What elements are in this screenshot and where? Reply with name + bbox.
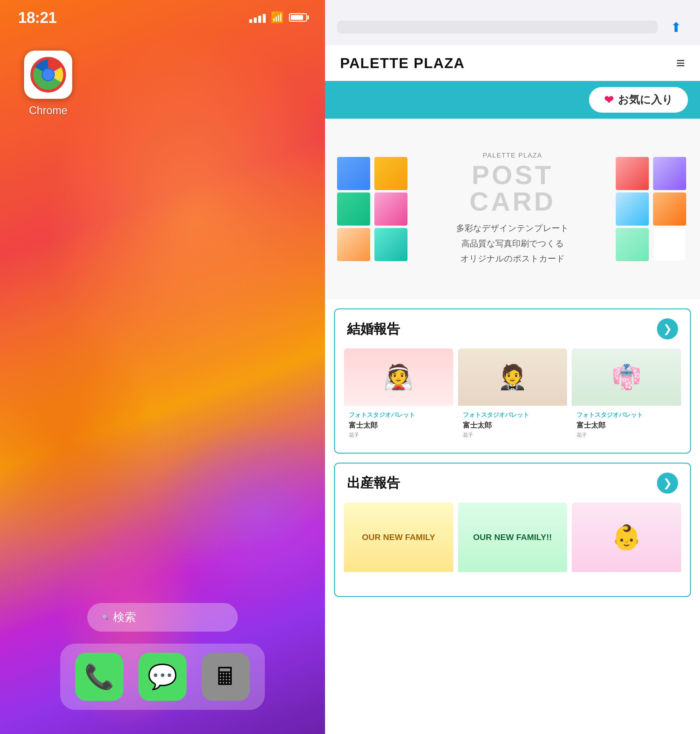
signal-bar-2 (254, 18, 257, 23)
hero-bg: PALETTE PLAZA POST CARD 多彩なデザインテンプレート 高品… (325, 119, 700, 299)
site-header: PALETTE PLAZA ≡ (325, 45, 700, 81)
phone-icon: 📞 (84, 663, 114, 691)
birth-card-2[interactable]: OUR NEW FAMILY!! (458, 503, 567, 587)
hero-thumb-3 (337, 193, 370, 226)
browser-toolbar: ⬆ (325, 0, 700, 45)
teal-banner: ❤ お気に入り (325, 81, 700, 119)
hero-thumb-1 (337, 157, 370, 190)
birth-arrow-button[interactable]: ❯ (657, 473, 678, 494)
hamburger-menu-icon[interactable]: ≡ (676, 54, 685, 72)
site-logo: PALETTE PLAZA (340, 55, 465, 71)
birth-section: 出産報告 ❯ OUR NEW FAMILY OUR NEW FAMILY!! (334, 463, 691, 597)
dock: 📞 💬 🖩 (60, 644, 265, 710)
search-bar[interactable]: 🔍 検索 (87, 603, 238, 632)
hero-section: PALETTE PLAZA POST CARD 多彩なデザインテンプレート 高品… (325, 119, 700, 299)
hero-subtitle: PALETTE PLAZA (421, 152, 604, 159)
birth-card-1[interactable]: OUR NEW FAMILY (344, 503, 453, 587)
wedding-card-3-text: フォトスタジオパレット 富士太郎 花子 (572, 406, 681, 444)
birth-card-photos: OUR NEW FAMILY OUR NEW FAMILY!! 👶 (335, 500, 690, 596)
hero-thumb-8 (653, 157, 686, 190)
dock-area: 🔍 検索 📞 💬 🖩 (0, 603, 325, 710)
hero-thumb-4 (374, 193, 407, 226)
birth-section-header: 出産報告 ❯ (335, 464, 690, 500)
signal-bar-4 (263, 14, 266, 23)
wifi-icon: 📶 (271, 11, 284, 24)
signal-bar-1 (249, 19, 252, 23)
status-bar: 18:21 📶 (0, 0, 325, 27)
wedding-card-1[interactable]: 👰 フォトスタジオパレット 富士太郎 花子 (344, 348, 453, 444)
messages-icon: 💬 (147, 663, 178, 691)
wedding-card-1-text: フォトスタジオパレット 富士太郎 花子 (344, 406, 453, 444)
hero-desc: 多彩なデザインテンプレート 高品質な写真印刷でつくる オリジナルのポストカード (421, 221, 604, 266)
hero-photo-grid-right (616, 157, 688, 261)
search-bar-text: 検索 (113, 610, 136, 625)
wedding-arrow-button[interactable]: ❯ (657, 318, 678, 339)
hero-thumb-5 (337, 228, 370, 261)
hero-photo-grid-left (337, 157, 409, 261)
birth-section-title: 出産報告 (347, 474, 400, 492)
status-icons: 📶 (249, 11, 307, 24)
share-button[interactable]: ⬆ (664, 15, 688, 39)
birth-card-2-img: OUR NEW FAMILY!! (458, 503, 567, 572)
hero-thumb-10 (653, 193, 686, 226)
wedding-photo-3: 👘 (572, 348, 681, 406)
hero-center: PALETTE PLAZA POST CARD 多彩なデザインテンプレート 高品… (415, 146, 610, 272)
hero-thumb-6 (374, 228, 407, 261)
battery-icon (289, 13, 307, 22)
hero-thumb-9 (616, 193, 649, 226)
wedding-card-3[interactable]: 👘 フォトスタジオパレット 富士太郎 花子 (572, 348, 681, 444)
search-icon: 🔍 (102, 615, 108, 620)
hero-thumb-7 (616, 157, 649, 190)
website-content[interactable]: PALETTE PLAZA ≡ ❤ お気に入り (325, 45, 700, 734)
browser-panel: ⬆ PALETTE PLAZA ≡ ❤ お気に入り (325, 0, 700, 734)
wedding-section-header: 結婚報告 ❯ (335, 310, 690, 345)
calculator-icon: 🖩 (214, 663, 238, 691)
svg-point-3 (43, 69, 54, 80)
fav-button-label: お気に入り (618, 93, 673, 107)
wedding-section: 結婚報告 ❯ 👰 フォトスタジオパレット 富士太郎 花子 🤵 (334, 308, 691, 454)
share-icon: ⬆ (671, 19, 682, 35)
wedding-arrow-icon: ❯ (663, 323, 672, 335)
wedding-card-2-text: フォトスタジオパレット 富士太郎 花子 (458, 406, 567, 444)
favorite-button[interactable]: ❤ お気に入り (589, 87, 688, 113)
dock-messages-app[interactable]: 💬 (138, 653, 187, 701)
wedding-card-photos: 👰 フォトスタジオパレット 富士太郎 花子 🤵 フォトスタジオパレット 富士太郎… (335, 345, 690, 453)
signal-bar-3 (258, 16, 261, 23)
wedding-photo-1: 👰 (344, 348, 453, 406)
birth-card-1-img: OUR NEW FAMILY (344, 503, 453, 572)
app-grid: Chrome (0, 27, 325, 117)
hero-title-card: CARD (421, 188, 604, 215)
dock-phone-app[interactable]: 📞 (75, 653, 124, 701)
wedding-photo-2: 🤵 (458, 348, 567, 406)
hero-thumb-11 (616, 228, 649, 261)
chrome-app[interactable]: Chrome (18, 51, 78, 117)
dock-calculator-app[interactable]: 🖩 (201, 653, 250, 701)
hero-thumb-2 (374, 157, 407, 190)
hero-thumb-12 (653, 228, 686, 261)
chrome-app-icon[interactable] (24, 51, 72, 99)
wedding-card-2[interactable]: 🤵 フォトスタジオパレット 富士太郎 花子 (458, 348, 567, 444)
wedding-section-title: 結婚報告 (347, 320, 400, 338)
birth-card-3[interactable]: 👶 (572, 503, 681, 587)
chrome-icon (29, 55, 68, 94)
heart-icon: ❤ (604, 93, 614, 107)
hero-title-post: POST (421, 162, 604, 188)
chrome-app-label: Chrome (29, 104, 68, 117)
phone-screen: 18:21 📶 (0, 0, 325, 734)
status-time: 18:21 (18, 9, 57, 27)
birth-card-3-img: 👶 (572, 503, 681, 572)
birth-arrow-icon: ❯ (663, 477, 672, 489)
address-bar[interactable] (337, 21, 658, 34)
signal-bars-icon (249, 12, 266, 23)
